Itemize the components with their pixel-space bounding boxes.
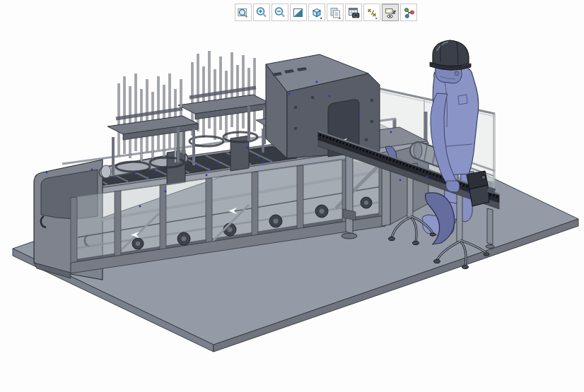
sheets-icon bbox=[329, 6, 341, 19]
view-toolbar bbox=[235, 4, 417, 21]
zoom-to-area-icon bbox=[292, 6, 305, 19]
annotations-x-icon bbox=[366, 6, 378, 19]
operator-ear bbox=[455, 71, 459, 76]
table-camera-icon bbox=[347, 6, 360, 19]
dropdown-caret bbox=[375, 18, 378, 19]
filling-head-cluster-2[interactable] bbox=[178, 51, 270, 154]
zoom-to-area-button[interactable] bbox=[290, 4, 307, 21]
drawing-sheets-button[interactable] bbox=[327, 4, 344, 21]
operator-hand[interactable] bbox=[446, 181, 460, 192]
move-component-icon bbox=[402, 6, 415, 19]
model-viewport[interactable] bbox=[0, 0, 584, 392]
zoom-to-fit-icon bbox=[237, 6, 250, 19]
zoom-to-fit-button[interactable] bbox=[235, 4, 252, 21]
view-cube-icon bbox=[310, 6, 323, 19]
dropdown-caret bbox=[339, 18, 341, 19]
zoom-in-button[interactable] bbox=[253, 4, 270, 21]
zoom-in-icon bbox=[255, 6, 268, 19]
zoom-out-button[interactable] bbox=[271, 4, 288, 21]
table-snapshot-button[interactable] bbox=[345, 4, 362, 21]
dropdown-caret bbox=[320, 18, 323, 19]
hide-show-components-button[interactable] bbox=[382, 4, 399, 21]
move-component-button[interactable] bbox=[400, 4, 417, 21]
hard-hat[interactable] bbox=[433, 40, 469, 66]
zoom-out-icon bbox=[274, 6, 286, 19]
hide-show-annotations-button[interactable] bbox=[363, 4, 380, 21]
view-orientation-button[interactable] bbox=[308, 4, 325, 21]
component-visibility-icon bbox=[384, 6, 397, 19]
rail-end-post[interactable] bbox=[486, 208, 494, 249]
